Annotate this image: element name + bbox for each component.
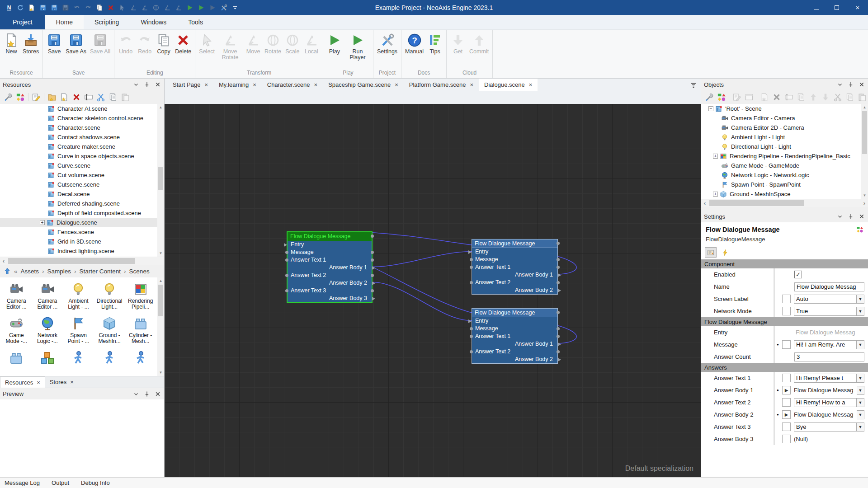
ribbon-button-play[interactable]: Play (325, 32, 344, 56)
ribbon-button-manual[interactable]: Manual (403, 32, 425, 56)
close-icon[interactable] (858, 213, 865, 220)
close-icon[interactable] (154, 81, 161, 88)
floppy-icon[interactable] (62, 4, 69, 11)
scissors-icon[interactable] (96, 93, 105, 102)
undo-icon[interactable] (73, 4, 80, 11)
resource-thumbnail[interactable] (63, 348, 94, 376)
resource-thumbnail[interactable]: Camera Editor ... (1, 279, 32, 314)
breadcrumb-item[interactable]: Samples (47, 268, 71, 275)
resource-thumbnail[interactable]: Cylinder - Mesh... (125, 314, 156, 348)
dropdown-arrow-icon[interactable]: ▼ (857, 410, 864, 419)
close-icon[interactable]: × (253, 81, 256, 88)
tree-item[interactable]: −'Root' - Scene (701, 104, 868, 113)
doc-tab-start-page[interactable]: Start Page× (167, 79, 213, 91)
scissors-icon[interactable] (833, 93, 842, 102)
socket-icon[interactable] (371, 258, 374, 262)
doc-star-icon[interactable] (760, 93, 769, 102)
gizmo-icon[interactable] (164, 4, 171, 11)
copy-icon[interactable] (108, 93, 118, 102)
tree-item[interactable]: Ambient Light - Light (701, 132, 868, 142)
objects-v-scrollbar[interactable]: ▲▼ (861, 104, 868, 199)
tree-item[interactable]: Camera Editor 2D - Camera (701, 123, 868, 132)
socket-icon[interactable] (470, 327, 473, 330)
breadcrumb-item[interactable]: Starter Content (80, 268, 121, 275)
socket-icon[interactable] (557, 335, 560, 338)
close-icon[interactable]: × (70, 379, 74, 385)
chevron-down-icon[interactable] (132, 81, 140, 88)
combo-field[interactable]: Bye (794, 422, 857, 432)
flow-node-pin-answer-body-2[interactable]: Answer Body 2 (472, 286, 557, 294)
resource-thumbnail[interactable]: Spawn Point - ... (63, 314, 94, 348)
statusbar-item-debug-info[interactable]: Debug Info (81, 479, 110, 486)
breadcrumb-back[interactable]: « (14, 268, 18, 275)
tree-item[interactable]: Deferred shading.scene (0, 199, 164, 208)
expander-icon[interactable]: + (713, 154, 718, 159)
resource-thumbnail[interactable]: Game Mode -... (1, 314, 32, 348)
resources-h-scrollbar[interactable]: ‹ (0, 257, 164, 265)
dropdown-arrow-icon[interactable]: ▼ (857, 398, 864, 407)
arrow-up-icon[interactable] (809, 93, 818, 102)
default-toggle-box[interactable] (782, 295, 791, 303)
dropdown-arrow-icon[interactable]: ▼ (857, 340, 864, 349)
rename-icon[interactable] (784, 93, 793, 102)
panel-tab-stores[interactable]: Stores× (45, 376, 78, 388)
play-icon[interactable] (186, 4, 193, 11)
socket-icon[interactable] (372, 282, 375, 285)
combo-field[interactable]: Auto (794, 295, 857, 304)
pencil-icon[interactable] (732, 93, 741, 102)
shapes-icon[interactable] (16, 93, 25, 102)
ribbon-button-select[interactable]: Select (197, 32, 217, 56)
default-toggle-box[interactable] (782, 340, 791, 349)
window-icon[interactable] (745, 93, 754, 102)
flow-node-pin-answer-text-3[interactable]: Answer Text 3 (288, 287, 372, 295)
ribbon-button-move-rotate[interactable]: Move Rotate (217, 32, 244, 61)
tree-item[interactable]: +Rendering Pipeline - RenderingPipeline_… (701, 151, 868, 161)
socket-icon[interactable] (557, 281, 560, 284)
flow-node-pin-message[interactable]: Message (288, 249, 372, 256)
doc-star-icon[interactable] (60, 93, 69, 102)
sync-icon[interactable] (17, 4, 24, 11)
ribbon-button-copy[interactable]: Copy (154, 32, 173, 56)
breadcrumb-item[interactable]: Scenes (129, 268, 150, 275)
minimize-button[interactable] (806, 0, 826, 15)
ribbon-button-stores[interactable]: Stores (21, 32, 41, 56)
tree-item[interactable]: +Dialogue.scene (0, 218, 164, 227)
flow-node-pin-answer-text-2[interactable]: Answer Text 2 (288, 272, 372, 279)
tree-item[interactable]: Indirect lighting.scene (0, 246, 164, 256)
socket-icon[interactable] (558, 358, 561, 361)
scroll-right-icon[interactable]: › (861, 199, 868, 207)
default-toggle-box[interactable] (782, 422, 791, 431)
expander-icon[interactable]: − (708, 106, 713, 111)
ribbon-button-redo[interactable]: Redo (135, 32, 154, 56)
paste-icon[interactable] (121, 93, 130, 102)
text-field[interactable]: Flow Dialogue Messag (794, 282, 864, 291)
doc-tab-platform-game-scene[interactable]: Platform Game.scene× (404, 79, 479, 91)
close-icon[interactable]: × (37, 379, 40, 386)
close-icon[interactable]: × (204, 81, 208, 88)
rename-icon[interactable] (84, 93, 93, 102)
doc-tab-spaceship-game-scene[interactable]: Spaceship Game.scene× (323, 79, 404, 91)
socket-icon[interactable] (557, 266, 560, 269)
close-icon[interactable] (154, 390, 161, 398)
flow-node-pin-message[interactable]: Message (472, 325, 557, 333)
expander-icon[interactable]: + (40, 220, 45, 225)
resource-thumbnail[interactable] (94, 348, 125, 376)
play-icon[interactable] (198, 4, 205, 11)
settings-group-header[interactable]: Answers (701, 363, 868, 372)
tree-item[interactable]: Spawn Point - SpawnPoint (701, 180, 868, 189)
default-toggle-box[interactable] (782, 398, 791, 407)
tree-item[interactable]: Curve.scene (0, 161, 164, 170)
close-icon[interactable]: × (395, 81, 398, 88)
scroll-left-icon[interactable]: ‹ (0, 257, 7, 265)
rotate-icon[interactable] (152, 4, 160, 11)
combo-field[interactable]: True (794, 307, 857, 316)
flow-node-pin-entry[interactable]: Entry (472, 317, 557, 325)
ribbon-button-tips[interactable]: Tips (425, 32, 444, 56)
arrow-down-icon[interactable] (821, 93, 830, 102)
tools-icon[interactable] (220, 4, 227, 11)
flow-node-n3[interactable]: Flow Dialogue MessageEntryMessageAnswer … (472, 308, 558, 364)
expand-reference-button[interactable]: ▶ (782, 410, 791, 419)
tree-item[interactable]: Character skeleton control.scene (0, 113, 164, 123)
paste-icon[interactable] (858, 93, 867, 102)
socket-icon[interactable] (470, 266, 473, 269)
